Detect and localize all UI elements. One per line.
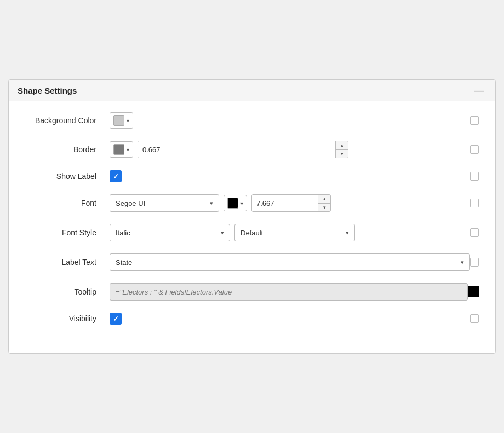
label-text-label: Label Text — [25, 258, 96, 267]
font-style-chevron-icon: ▾ — [221, 229, 224, 236]
panel-body: Background Color ▾ Border ▾ ▴ — [9, 101, 495, 353]
font-size-increment-button[interactable]: ▴ — [318, 195, 330, 203]
tooltip-row: Tooltip — [25, 283, 479, 301]
border-increment-button[interactable]: ▴ — [336, 141, 348, 149]
font-control: Segoe UI ▾ ▾ ▴ ▾ — [110, 194, 470, 212]
tooltip-input[interactable] — [110, 283, 468, 301]
font-color-picker[interactable]: ▾ — [224, 195, 247, 211]
tooltip-label: Tooltip — [25, 287, 96, 296]
border-spinner: ▴ ▾ — [138, 141, 348, 158]
font-weight-chevron-icon: ▾ — [346, 229, 349, 236]
border-color-picker[interactable]: ▾ — [110, 141, 133, 158]
font-family-chevron-icon: ▾ — [210, 200, 213, 207]
font-style-label: Font Style — [25, 228, 96, 237]
show-label-row: Show Label ✓ — [25, 170, 479, 182]
font-family-dropdown[interactable]: Segoe UI ▾ — [110, 194, 219, 212]
show-label-checkbox-checked[interactable]: ✓ — [110, 170, 122, 182]
show-label-control: ✓ — [110, 170, 470, 182]
border-color-swatch — [113, 144, 124, 155]
tooltip-control — [110, 283, 468, 301]
label-text-chevron-icon: ▾ — [461, 259, 464, 266]
font-style-dropdown[interactable]: Italic ▾ — [110, 224, 230, 241]
border-decrement-button[interactable]: ▾ — [336, 149, 348, 158]
background-color-label: Background Color — [25, 116, 96, 125]
border-row: Border ▾ ▴ ▾ — [25, 141, 479, 158]
background-color-swatch — [113, 115, 124, 126]
border-control: ▾ ▴ ▾ — [110, 141, 470, 158]
panel-header: Shape Settings — — [9, 80, 495, 101]
minimize-button[interactable]: — — [472, 85, 486, 95]
tooltip-indicator — [468, 286, 479, 297]
visibility-checkbox[interactable] — [470, 314, 479, 323]
label-text-checkbox[interactable] — [470, 258, 479, 267]
border-spinner-buttons: ▴ ▾ — [335, 141, 348, 158]
font-size-decrement-button[interactable]: ▾ — [318, 203, 330, 212]
background-color-picker[interactable]: ▾ — [110, 112, 133, 129]
font-label: Font — [25, 199, 96, 207]
show-label-row-checkbox[interactable] — [470, 172, 479, 181]
font-family-value: Segoe UI — [116, 199, 205, 207]
background-color-checkbox[interactable] — [470, 116, 479, 125]
shape-settings-panel: Shape Settings — Background Color ▾ Bord… — [8, 79, 496, 354]
font-checkbox[interactable] — [470, 199, 479, 207]
font-color-swatch — [227, 198, 238, 209]
label-text-value: State — [116, 258, 456, 267]
background-color-control: ▾ — [110, 112, 470, 129]
font-style-control: Italic ▾ Default ▾ — [110, 224, 470, 241]
visibility-label: Visibility — [25, 314, 96, 323]
font-size-input[interactable] — [252, 195, 318, 211]
font-size-spinner-buttons: ▴ ▾ — [318, 195, 330, 211]
font-style-row: Font Style Italic ▾ Default ▾ — [25, 224, 479, 241]
border-checkbox[interactable] — [470, 145, 479, 154]
visibility-checkbox-checked[interactable]: ✓ — [110, 313, 122, 325]
font-color-chevron-icon: ▾ — [240, 200, 243, 206]
label-text-dropdown[interactable]: State ▾ — [110, 253, 470, 271]
panel-title: Shape Settings — [18, 86, 77, 95]
visibility-checkmark-icon: ✓ — [113, 315, 119, 322]
label-text-row: Label Text State ▾ — [25, 253, 479, 271]
show-label-checkmark-icon: ✓ — [113, 173, 119, 180]
font-weight-dropdown[interactable]: Default ▾ — [234, 224, 355, 241]
font-size-spinner: ▴ ▾ — [251, 194, 331, 212]
background-color-row: Background Color ▾ — [25, 112, 479, 129]
label-text-control: State ▾ — [110, 253, 470, 271]
show-label-label: Show Label — [25, 172, 96, 181]
visibility-control: ✓ — [110, 313, 470, 325]
font-style-value: Italic — [116, 229, 216, 237]
visibility-row: Visibility ✓ — [25, 313, 479, 325]
border-label: Border — [25, 145, 96, 154]
font-weight-value: Default — [240, 229, 341, 237]
background-color-chevron-icon: ▾ — [127, 118, 129, 124]
font-row: Font Segoe UI ▾ ▾ ▴ ▾ — [25, 194, 479, 212]
font-style-checkbox[interactable] — [470, 228, 479, 237]
border-value-input[interactable] — [138, 141, 335, 158]
border-color-chevron-icon: ▾ — [127, 147, 129, 153]
